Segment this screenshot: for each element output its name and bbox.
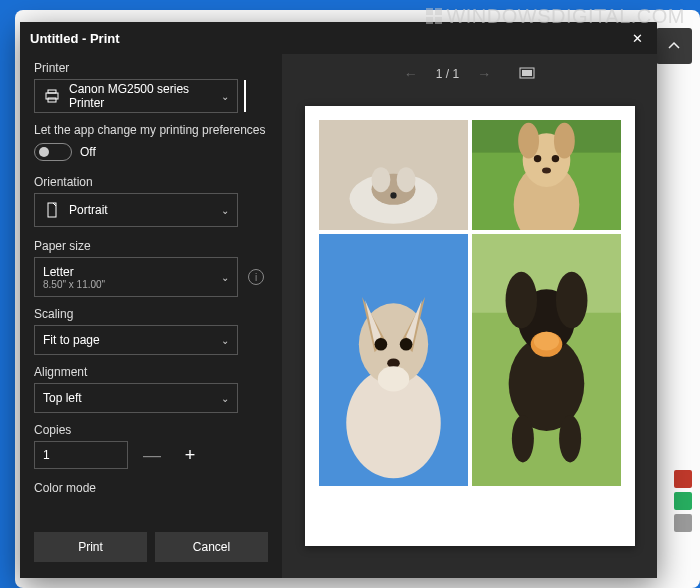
paper-size-label: Paper size xyxy=(34,239,268,253)
chevron-down-icon: ⌄ xyxy=(221,272,229,283)
svg-point-32 xyxy=(505,272,537,329)
svg-point-36 xyxy=(511,415,533,462)
svg-rect-5 xyxy=(522,70,532,76)
print-dialog: Untitled - Print ✕ Printer Canon MG2500 … xyxy=(20,22,657,578)
cancel-button[interactable]: Cancel xyxy=(155,532,268,562)
chevron-down-icon: ⌄ xyxy=(221,205,229,216)
alignment-value: Top left xyxy=(43,391,221,405)
fullscreen-preview-button[interactable] xyxy=(519,67,535,82)
expand-panel-button[interactable] xyxy=(656,28,692,64)
preview-page xyxy=(305,106,635,546)
divider xyxy=(244,80,246,112)
paper-size-value: Letter xyxy=(43,265,221,279)
svg-point-33 xyxy=(555,272,587,329)
alignment-dropdown[interactable]: Top left ⌄ xyxy=(34,383,238,413)
copies-input[interactable] xyxy=(34,441,128,469)
dialog-title: Untitled - Print xyxy=(30,31,120,46)
image-collage xyxy=(319,120,621,486)
print-preview-panel: ← 1 / 1 → xyxy=(282,54,657,578)
svg-point-19 xyxy=(551,155,558,162)
portrait-icon xyxy=(43,201,61,219)
collage-image-1 xyxy=(319,120,468,230)
svg-point-17 xyxy=(553,123,574,159)
collage-image-2 xyxy=(472,120,621,230)
print-settings-panel: Printer Canon MG2500 series Printer ⌄ Le… xyxy=(20,54,282,578)
svg-point-37 xyxy=(559,415,581,462)
svg-point-35 xyxy=(533,332,558,351)
print-button[interactable]: Print xyxy=(34,532,147,562)
scaling-dropdown[interactable]: Fit to page ⌄ xyxy=(34,325,238,355)
preview-toolbar: ← 1 / 1 → xyxy=(282,54,657,94)
svg-point-16 xyxy=(518,123,539,159)
svg-rect-1 xyxy=(48,90,56,93)
page-indicator: 1 / 1 xyxy=(436,67,459,81)
svg-point-27 xyxy=(377,366,409,391)
collage-image-3 xyxy=(319,234,468,486)
svg-point-24 xyxy=(374,338,387,351)
copies-label: Copies xyxy=(34,423,268,437)
printer-dropdown[interactable]: Canon MG2500 series Printer ⌄ xyxy=(34,79,238,113)
info-icon[interactable]: i xyxy=(248,269,264,285)
color-swatch xyxy=(674,514,692,532)
orientation-label: Orientation xyxy=(34,175,268,189)
close-button[interactable]: ✕ xyxy=(627,28,647,48)
orientation-value: Portrait xyxy=(69,203,221,217)
svg-point-25 xyxy=(399,338,412,351)
previous-page-button[interactable]: ← xyxy=(404,66,418,82)
color-swatch xyxy=(674,492,692,510)
svg-point-10 xyxy=(396,167,415,192)
paper-size-dimensions: 8.50" x 11.00" xyxy=(43,279,221,290)
paper-size-dropdown[interactable]: Letter 8.50" x 11.00" ⌄ xyxy=(34,257,238,297)
chevron-down-icon: ⌄ xyxy=(221,91,229,102)
svg-point-18 xyxy=(533,155,540,162)
color-mode-label: Color mode xyxy=(34,481,268,495)
alignment-label: Alignment xyxy=(34,365,268,379)
toggle-state-label: Off xyxy=(80,145,96,159)
decrease-copies-button[interactable]: — xyxy=(138,441,166,469)
preferences-toggle[interactable] xyxy=(34,143,72,161)
printing-preferences-label: Let the app change my printing preferenc… xyxy=(34,123,268,137)
background-color-palette xyxy=(670,50,695,583)
chevron-down-icon: ⌄ xyxy=(221,393,229,404)
next-page-button[interactable]: → xyxy=(477,66,491,82)
chevron-down-icon: ⌄ xyxy=(221,335,229,346)
color-swatch xyxy=(674,470,692,488)
scaling-label: Scaling xyxy=(34,307,268,321)
windows-logo-icon xyxy=(426,8,442,24)
svg-point-11 xyxy=(390,192,396,198)
printer-selected-text: Canon MG2500 series Printer xyxy=(69,82,221,110)
scaling-value: Fit to page xyxy=(43,333,221,347)
svg-point-9 xyxy=(371,167,390,192)
watermark-text: WINDOWSDIGITAL.COM xyxy=(426,5,685,28)
collage-image-4 xyxy=(472,234,621,486)
preview-area xyxy=(282,94,657,578)
svg-point-20 xyxy=(542,168,551,174)
orientation-dropdown[interactable]: Portrait ⌄ xyxy=(34,193,238,227)
increase-copies-button[interactable]: + xyxy=(176,441,204,469)
printer-icon xyxy=(43,87,61,105)
printer-label: Printer xyxy=(34,61,268,75)
